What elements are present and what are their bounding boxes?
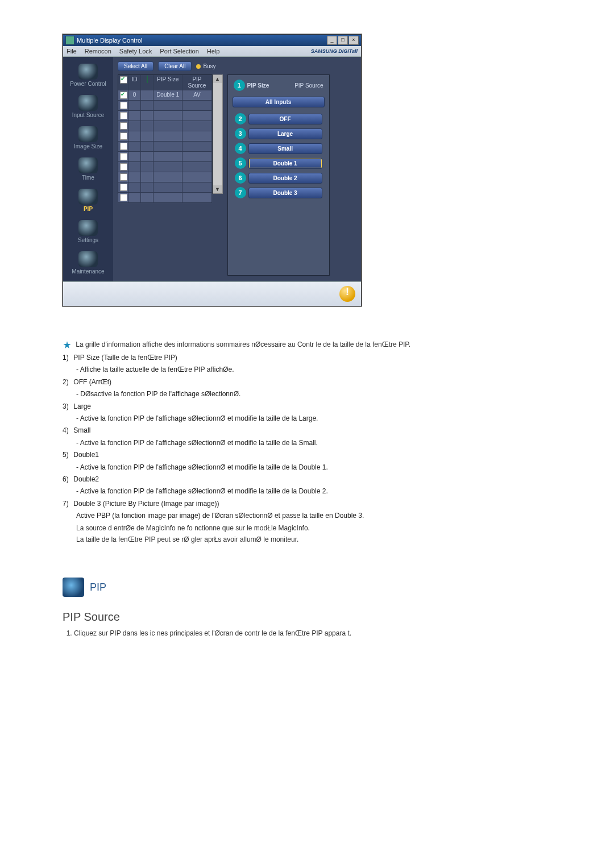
row-checkbox[interactable] (120, 122, 127, 130)
cell-id (128, 111, 141, 121)
warning-icon (339, 286, 355, 302)
sidebar-item-image-size[interactable]: Image Size (64, 123, 112, 154)
table-row[interactable] (118, 121, 212, 131)
list-item-desc: - Affiche la taille actuelle de la fenŒt… (76, 365, 586, 375)
grid-area: ID PIP Size PIP Source 0Double 1AV ▲ ▼ (118, 74, 223, 194)
row-checkbox[interactable] (120, 194, 127, 201)
cell-pip-size (154, 193, 182, 203)
scroll-up-icon[interactable]: ▲ (213, 75, 222, 83)
cell-id (128, 152, 141, 162)
grid: ID PIP Size PIP Source 0Double 1AV (118, 74, 213, 194)
sidebar: Power Control Input Source Image Size Ti… (63, 57, 113, 281)
cell-pip-size (154, 131, 182, 142)
cell-id (128, 182, 141, 193)
menubar: File Remocon Safety Lock Port Selection … (63, 46, 361, 57)
cell-id (128, 131, 141, 142)
cell-pip-size (154, 121, 182, 131)
close-button[interactable]: × (349, 36, 359, 45)
row-checkbox[interactable] (120, 184, 127, 191)
svg-marker-0 (63, 341, 70, 348)
option-double-1[interactable]: 5Double 1 (235, 157, 322, 169)
sidebar-item-pip[interactable]: PIP (64, 185, 112, 217)
cell-pip-source (182, 193, 211, 203)
option-large[interactable]: 3Large (235, 128, 322, 139)
col-pip-size: PIP Size (154, 75, 182, 90)
cell-pip-size (154, 111, 182, 121)
tab-pip-size[interactable]: PIP Size (247, 82, 269, 89)
option-double-3[interactable]: 7Double 3 (235, 187, 322, 198)
pip-section-icon (63, 578, 84, 597)
scroll-down-icon[interactable]: ▼ (213, 185, 222, 193)
table-row[interactable] (118, 182, 212, 193)
header-checkbox[interactable] (120, 76, 127, 84)
row-checkbox[interactable] (120, 132, 127, 140)
list-item-desc: - Active la fonction PIP de l'affichage … (76, 414, 586, 423)
menu-help[interactable]: Help (207, 48, 220, 55)
section-list: Cliquez sur PIP dans les ic nes principa… (63, 629, 586, 637)
note-1: La source d entrØe de MagicInfo ne fo nc… (76, 524, 586, 532)
vertical-scrollbar[interactable]: ▲ ▼ (213, 74, 223, 194)
busy-indicator: Busy (196, 63, 215, 69)
select-all-button[interactable]: Select All (118, 61, 154, 71)
row-checkbox[interactable] (120, 173, 127, 181)
cell-id (128, 162, 141, 172)
cell-id (128, 172, 141, 182)
table-row[interactable] (118, 172, 212, 182)
row-checkbox[interactable] (120, 102, 127, 109)
option-small[interactable]: 4Small (235, 143, 322, 154)
option-double-2[interactable]: 6Double 2 (235, 172, 322, 184)
busy-dot-icon (196, 64, 201, 69)
tab-pip-source[interactable]: PIP Source (294, 82, 323, 89)
table-row[interactable] (118, 131, 212, 142)
table-row[interactable]: 0Double 1AV (118, 90, 212, 101)
settings-icon (78, 220, 98, 236)
cell-pip-source (182, 121, 211, 131)
section-item-1: Cliquez sur PIP dans les ic nes principa… (74, 629, 586, 637)
options-header: 1PIP Size PIP Source (231, 78, 326, 92)
table-row[interactable] (118, 111, 212, 121)
window-buttons: _ □ × (327, 36, 359, 45)
row-checkbox[interactable] (120, 163, 127, 171)
toolbar: Select All Clear All Busy (118, 61, 356, 71)
cell-pip-source (182, 142, 211, 152)
menu-port-selection[interactable]: Port Selection (160, 48, 198, 55)
menu-remocon[interactable]: Remocon (85, 48, 111, 55)
sidebar-item-time[interactable]: Time (64, 154, 112, 185)
row-checkbox[interactable] (120, 112, 127, 119)
minimize-button[interactable]: _ (327, 36, 337, 45)
star-icon (63, 340, 72, 350)
section-title: PIP Source (63, 610, 586, 624)
notes: La source d entrØe de MagicInfo ne fo nc… (76, 524, 586, 543)
cell-id: 0 (128, 90, 141, 101)
status-header-icon (147, 76, 148, 83)
row-checkbox[interactable] (120, 92, 127, 99)
cell-pip-source (182, 131, 211, 142)
row-checkbox[interactable] (120, 143, 127, 150)
table-row[interactable] (118, 142, 212, 152)
sidebar-item-maintenance[interactable]: Maintenance (64, 248, 112, 279)
sidebar-item-power[interactable]: Power Control (64, 60, 112, 92)
cell-pip-source (182, 152, 211, 162)
sidebar-item-settings[interactable]: Settings (64, 217, 112, 248)
menu-safety-lock[interactable]: Safety Lock (119, 48, 152, 55)
table-row[interactable] (118, 101, 212, 111)
clear-all-button[interactable]: Clear All (158, 61, 192, 71)
table-row[interactable] (118, 152, 212, 162)
callout-5: 5 (235, 157, 246, 169)
list-item: 6) Double2 (63, 475, 586, 484)
maximize-button[interactable]: □ (338, 36, 348, 45)
row-checkbox[interactable] (120, 153, 127, 160)
table-row[interactable] (118, 162, 212, 172)
main-pane: Select All Clear All Busy ID PIP Size PI… (113, 57, 361, 281)
pip-section-header: PIP (63, 578, 586, 597)
list-item-desc: - Active la fonction PIP de l'affichage … (76, 463, 586, 472)
callout-4: 4 (235, 143, 246, 154)
menu-file[interactable]: File (67, 48, 77, 55)
list-item: 7) Double 3 (Picture By Picture (Image p… (63, 499, 586, 509)
sidebar-item-input-source[interactable]: Input Source (64, 92, 112, 123)
cell-id (128, 193, 141, 203)
option-off[interactable]: 2OFF (235, 113, 322, 124)
table-row[interactable] (118, 193, 212, 203)
cell-pip-size (154, 182, 182, 193)
window-title: Multiple Display Control (77, 37, 143, 44)
